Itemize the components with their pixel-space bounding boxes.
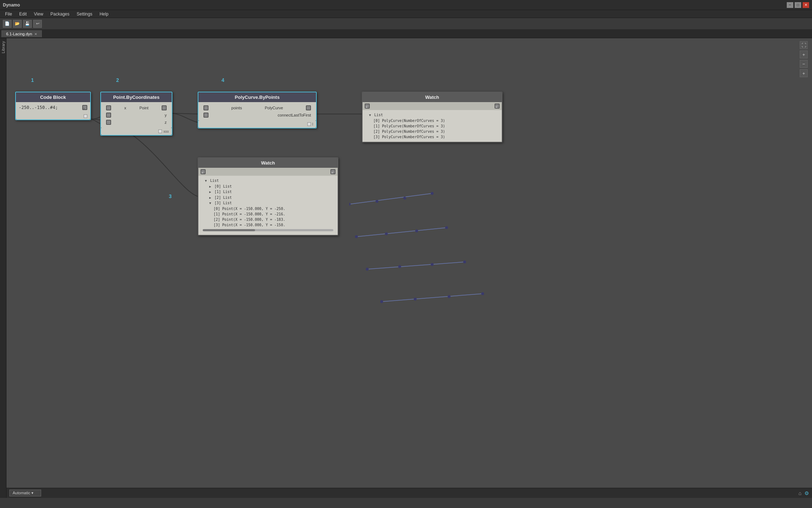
watch-center-item-2: ▶ [2] List [201, 195, 335, 201]
window-controls: − □ ✕ [787, 2, 809, 8]
polycurve-checkbox[interactable] [307, 122, 311, 126]
watch-node-center: Watch > > ▼ List ▶ [0] List [198, 157, 338, 236]
port-right-label: > [83, 107, 85, 110]
zoom-out-button[interactable]: − [800, 60, 808, 68]
port-connect-input[interactable] [203, 113, 209, 118]
fit-button[interactable]: + [800, 69, 808, 77]
port-x-label: x [124, 106, 126, 110]
port-connect-label: connectLastToFirst [278, 113, 311, 117]
watch-center-subitem-1-text: [1] Point(X = -150.000, Y = -216. [214, 212, 285, 216]
watch-tr-port-out-label: > [495, 105, 497, 109]
watch-tr-triangle: ▼ [369, 113, 371, 118]
menu-view[interactable]: View [30, 11, 47, 17]
port-z-input[interactable] [106, 120, 111, 125]
new-file-button[interactable]: 📄 [3, 20, 12, 28]
zoom-in-button[interactable]: + [800, 51, 808, 58]
polycurve-header: PolyCurve.ByPoints [198, 92, 316, 102]
undo-button[interactable]: ↩ [33, 20, 42, 28]
code-block-title: Code Block [40, 95, 66, 100]
run-mode-arrow: ▾ [31, 491, 34, 495]
watch-tr-item-3-text: [3] PolyCurve(NumberOfCurves = 3) [373, 135, 445, 139]
close-button[interactable]: ✕ [803, 2, 809, 8]
watch-center-port-out[interactable]: > [330, 169, 335, 174]
port-y-input[interactable] [106, 113, 111, 118]
polycurve-footer: l [198, 121, 316, 128]
port-points-input[interactable] [203, 105, 209, 110]
menu-packages[interactable]: Packages [47, 11, 73, 17]
fullscreen-button[interactable]: ⛶ [800, 41, 808, 49]
svg-point-9 [415, 229, 418, 232]
menu-bar: File Edit View Packages Settings Help [0, 10, 812, 18]
tab-close-button[interactable]: ✕ [34, 32, 37, 36]
menu-file[interactable]: File [1, 11, 16, 17]
svg-point-7 [355, 235, 358, 238]
svg-point-15 [463, 260, 466, 263]
node-number-2: 2 [116, 77, 119, 83]
visualization-svg [349, 186, 504, 316]
node-number-3: 3 [169, 193, 172, 199]
point-node: Point.ByCoordinates x Point y z [100, 92, 172, 136]
watch-tr-port-in-label: > [365, 105, 367, 109]
menu-help[interactable]: Help [96, 11, 112, 17]
svg-point-13 [398, 265, 401, 268]
svg-line-1 [349, 193, 432, 204]
svg-point-14 [431, 263, 434, 266]
code-block-output-port[interactable]: > [82, 105, 87, 110]
port-polycurve-output[interactable] [306, 105, 311, 110]
watch-center-subitem-3-text: [3] Point(X = -150.000, Y = -150. [214, 223, 285, 227]
watch-tr-item-0-text: [0] PolyCurve(NumberOfCurves = 3) [373, 119, 445, 123]
watch-center-item-1: ▶ [1] List [201, 189, 335, 195]
maximize-button[interactable]: □ [795, 2, 801, 8]
watch-center-header: Watch [198, 158, 338, 168]
tab-bar: 6.1-Lacing.dyn ✕ [0, 30, 812, 38]
port-row-x: x Point [104, 104, 169, 111]
watch-center-scrollbar[interactable] [203, 229, 333, 231]
polycurve-title: PolyCurve.ByPoints [235, 95, 280, 100]
menu-edit[interactable]: Edit [16, 11, 30, 17]
point-node-xxx-label: xxx [163, 130, 169, 133]
watch-center-tri-1: ▶ [209, 190, 211, 195]
port-polycurve-output-label: PolyCurve [265, 106, 283, 110]
port-point-output-label: Point [139, 106, 148, 110]
watch-center-port-in[interactable]: > [201, 169, 206, 174]
svg-point-19 [448, 295, 451, 298]
code-block-body[interactable]: -250..-150..#4; > [16, 102, 90, 113]
watch-center-scrollbar-thumb[interactable] [203, 229, 255, 231]
port-z-label: z [165, 120, 167, 124]
minimize-button[interactable]: − [787, 2, 793, 8]
status-icon-2[interactable]: ⚙ [804, 490, 809, 496]
code-block-footer [16, 113, 90, 119]
tab-lacing[interactable]: 6.1-Lacing.dyn ✕ [1, 30, 42, 37]
watch-center-item-0-text: [0] List [214, 184, 232, 188]
watch-center-item-1-text: [1] List [214, 190, 232, 194]
watch-center-tri-0: ▶ [209, 184, 211, 189]
watch-center-body: ▼ List ▶ [0] List ▶ [1] List ▶ [2] List … [198, 176, 338, 235]
watch-tr-item-1: [1] PolyCurve(NumberOfCurves = 3) [365, 123, 500, 129]
watch-node-top-right: Watch > > ▼ List [0] PolyCurve(NumberOfC… [362, 92, 502, 143]
port-point-output[interactable] [162, 105, 167, 110]
port-row-points: points PolyCurve [201, 104, 313, 111]
watch-tr-port-in[interactable]: > [365, 104, 370, 109]
status-bar: Automatic ▾ ⌂ ⚙ [6, 488, 812, 498]
watch-center-list-label: ▼ List [201, 178, 335, 184]
port-x-input[interactable] [106, 105, 111, 110]
svg-point-3 [376, 200, 378, 203]
status-icons: ⌂ ⚙ [799, 490, 809, 496]
svg-point-2 [349, 203, 351, 206]
status-icon-1[interactable]: ⌂ [799, 490, 802, 496]
save-button[interactable]: 💾 [23, 20, 32, 28]
sidebar: Library [0, 38, 6, 498]
sidebar-library-label[interactable]: Library [1, 41, 5, 53]
title-bar: Dynamo − □ ✕ [0, 0, 812, 10]
menu-settings[interactable]: Settings [73, 11, 96, 17]
watch-tr-port-out[interactable]: > [495, 104, 500, 109]
tab-label: 6.1-Lacing.dyn [6, 32, 32, 36]
open-button[interactable]: 📂 [13, 20, 22, 28]
run-mode-dropdown[interactable]: Automatic ▾ [9, 490, 41, 496]
svg-point-17 [380, 300, 383, 303]
point-node-body: x Point y z [101, 102, 172, 128]
canvas[interactable]: 1 2 3 4 Code Block -250..-150..#4; > [6, 38, 812, 498]
point-node-checkbox[interactable] [158, 130, 162, 133]
watch-center-subitem-2: [2] Point(X = -150.000, Y = -183. [201, 217, 335, 222]
code-block-checkbox[interactable] [84, 114, 87, 118]
